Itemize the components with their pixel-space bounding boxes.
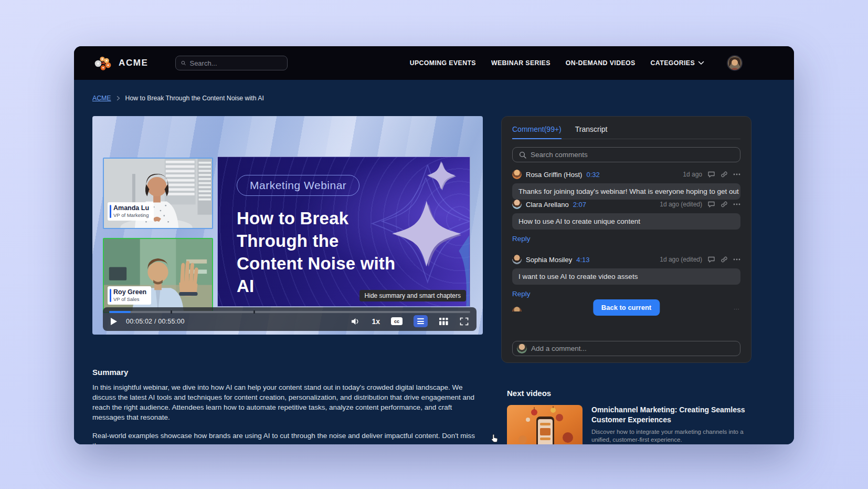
video-player[interactable]: Amanda Lu VP of Marketing xyxy=(92,116,483,335)
tab-comments[interactable]: Comment(99+) xyxy=(512,125,562,139)
more-icon[interactable] xyxy=(733,173,740,175)
chapter-marker xyxy=(171,310,172,314)
summary-icon[interactable] xyxy=(414,315,428,327)
nav-search[interactable] xyxy=(175,56,288,70)
speaker-name: Roy Green xyxy=(113,288,146,297)
reply-button[interactable]: Reply xyxy=(512,235,531,243)
next-video-item[interactable]: Omnichannel Marketing: Creating Seamless… xyxy=(507,405,751,444)
play-button[interactable] xyxy=(111,318,117,325)
search-icon xyxy=(519,151,526,159)
user-avatar[interactable] xyxy=(727,55,743,71)
chapters-icon[interactable] xyxy=(439,317,449,326)
acme-logo-icon xyxy=(92,54,113,72)
controls-right: 1x cc xyxy=(351,315,469,327)
comment-meta: 1d ago (edited) xyxy=(660,256,740,263)
speaker-video-roy: Roy Green VP of Sales xyxy=(103,238,213,313)
chat-bubble-icon[interactable] xyxy=(707,171,715,178)
comment-text: Thanks for joining today's webinar! What… xyxy=(512,183,740,200)
breadcrumb-current: How to Break Through the Content Noise w… xyxy=(125,95,264,102)
comment-meta: 1d ago (edited) xyxy=(660,201,740,208)
comment-timestamp-link[interactable]: 4:13 xyxy=(576,256,589,264)
brand-logo[interactable]: ACME xyxy=(92,54,148,72)
nav-item-webinar-series[interactable]: WEBINAR SERIES xyxy=(491,59,551,67)
speaker-video-amanda: Amanda Lu VP of Marketing xyxy=(103,158,213,229)
nav-links: UPCOMING EVENTS WEBINAR SERIES ON-DEMAND… xyxy=(410,59,704,67)
comment-age: 1d ago (edited) xyxy=(660,201,702,208)
comment-meta: 1d ago xyxy=(683,171,740,178)
commenter-avatar xyxy=(512,170,522,179)
speaker-title: VP of Marketing xyxy=(113,212,149,219)
nav-search-input[interactable] xyxy=(189,59,282,67)
time-display: 00:05:02 / 00:55:00 xyxy=(126,318,185,325)
comments-search[interactable] xyxy=(512,147,740,162)
next-videos-heading: Next videos xyxy=(507,389,751,398)
chevron-right-icon xyxy=(116,96,121,101)
slide-title: How to Break Through the Content Noise w… xyxy=(237,207,410,298)
comment-age: 1d ago xyxy=(683,171,702,178)
more-icon: ⋯ xyxy=(734,306,740,311)
progress-bar[interactable] xyxy=(109,311,470,313)
comment-row: Sophia Mosiley 4:13 1d ago (edited) xyxy=(512,255,740,264)
brand-name: ACME xyxy=(119,58,148,68)
thumbnail-art xyxy=(507,405,583,444)
commenter-avatar xyxy=(512,307,522,311)
volume-button[interactable] xyxy=(351,317,361,326)
commenter-name: Clara Arellano xyxy=(526,201,569,209)
nav-item-on-demand-videos[interactable]: ON-DEMAND VIDEOS xyxy=(566,59,636,67)
chat-bubble-icon[interactable] xyxy=(707,256,715,263)
playback-speed-button[interactable]: 1x xyxy=(372,317,380,326)
comment-row: Clara Arellano 2:07 1d ago (edited) xyxy=(512,200,740,209)
reply-button[interactable]: Reply xyxy=(512,290,531,298)
commenter-name: Sophia Mosiley xyxy=(526,256,572,264)
speaker-nametag-amanda: Amanda Lu VP of Marketing xyxy=(108,202,154,221)
comment-age: 1d ago (edited) xyxy=(660,256,702,263)
comment-text: How to use AI to create unique content xyxy=(512,213,740,230)
fullscreen-button[interactable] xyxy=(460,317,469,326)
cc-icon[interactable]: cc xyxy=(391,317,403,325)
comments-search-input[interactable] xyxy=(531,151,734,159)
page-content: ACME How to Break Through the Content No… xyxy=(74,80,794,444)
comment-timestamp-link[interactable]: 2:07 xyxy=(573,201,586,209)
link-icon[interactable] xyxy=(721,201,728,208)
comment-row: Rosa Griffin (Host) 0:32 1d ago xyxy=(512,170,740,179)
breadcrumb-home-link[interactable]: ACME xyxy=(92,95,111,102)
comment-timestamp-link[interactable]: 0:32 xyxy=(586,171,599,179)
progress-fill xyxy=(109,311,131,313)
next-video-title[interactable]: Omnichannel Marketing: Creating Seamless… xyxy=(591,405,751,425)
nav-item-categories[interactable]: CATEGORIES xyxy=(651,59,704,67)
chapter-marker xyxy=(253,310,255,314)
add-comment-field[interactable] xyxy=(512,341,740,356)
breadcrumb: ACME How to Break Through the Content No… xyxy=(92,95,264,102)
commenter-name: Rosa Griffin (Host) xyxy=(526,171,582,179)
next-video-thumbnail[interactable] xyxy=(507,405,583,444)
comments-list: Rosa Griffin (Host) 0:32 1d ago Thanks f… xyxy=(512,170,740,311)
next-videos-section: Next videos xyxy=(507,389,751,444)
volume-icon xyxy=(351,317,361,326)
chat-bubble-icon[interactable] xyxy=(707,201,715,208)
add-comment-input[interactable] xyxy=(531,345,736,352)
panel-tabs: Comment(99+) Transcript xyxy=(512,125,740,139)
fullscreen-icon xyxy=(460,317,469,326)
controls-row: 00:05:02 / 00:55:00 1x cc xyxy=(111,314,469,328)
commenter-avatar xyxy=(512,200,522,209)
next-video-description: Discover how to integrate your marketing… xyxy=(591,428,751,444)
app-window: ACME UPCOMING EVENTS WEBINAR SERIES ON-D… xyxy=(74,46,794,444)
my-avatar xyxy=(517,344,527,353)
nav-item-upcoming-events[interactable]: UPCOMING EVENTS xyxy=(410,59,476,67)
next-video-info: Omnichannel Marketing: Creating Seamless… xyxy=(591,405,751,444)
comment-text: I want to use AI to create video assets xyxy=(512,268,740,285)
link-icon[interactable] xyxy=(721,171,728,178)
mouse-cursor xyxy=(490,434,499,444)
avatar-photo xyxy=(728,56,742,70)
tab-transcript[interactable]: Transcript xyxy=(575,125,608,139)
summary-paragraph-2: Real-world examples showcase how brands … xyxy=(92,431,483,444)
back-to-current-button[interactable]: Back to current xyxy=(593,299,660,316)
player-controls: 00:05:02 / 00:55:00 1x cc xyxy=(103,307,477,331)
summary-paragraph-1: In this insightful webinar, we dive into… xyxy=(92,382,483,422)
more-icon[interactable] xyxy=(733,203,740,205)
speaker-nametag-roy: Roy Green VP of Sales xyxy=(108,286,151,305)
chapters-grid-icon xyxy=(439,317,449,326)
more-icon[interactable] xyxy=(733,258,740,261)
link-icon[interactable] xyxy=(721,256,728,263)
comments-panel: Comment(99+) Transcript Rosa Griffin (Ho… xyxy=(501,116,751,363)
